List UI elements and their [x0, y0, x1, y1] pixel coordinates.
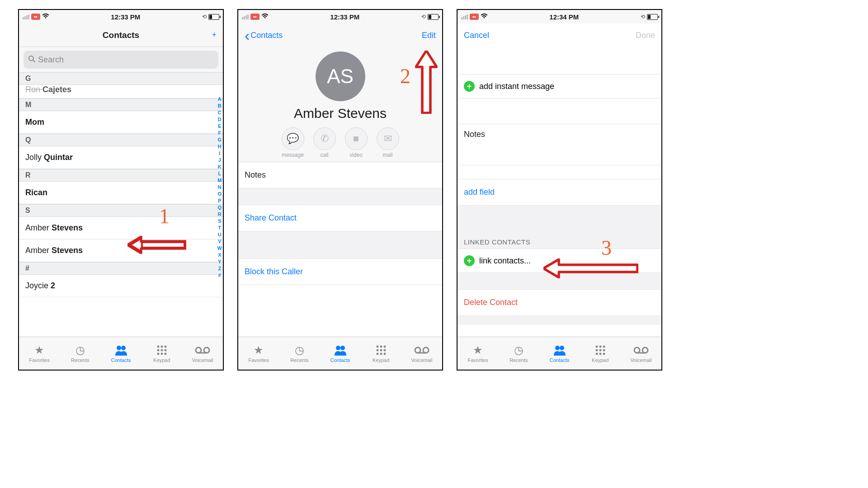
- annotation-arrow-3: [543, 258, 638, 278]
- battery-icon: [208, 14, 219, 20]
- tab-recents[interactable]: ◷Recents: [60, 337, 100, 370]
- tab-voicemail[interactable]: Voicemail: [621, 337, 661, 370]
- svg-point-35: [376, 353, 378, 355]
- tab-favorites[interactable]: ★Favorites: [458, 337, 498, 370]
- svg-point-17: [157, 353, 159, 355]
- svg-point-54: [599, 353, 601, 355]
- tab-voicemail[interactable]: Voicemail: [401, 337, 442, 370]
- action-mail[interactable]: ✉mail: [377, 127, 399, 158]
- annotation-number-2: 2: [400, 64, 410, 88]
- contact-row-amber-2[interactable]: Amber Stevens: [19, 239, 223, 262]
- contact-row-amber-1[interactable]: Amber Stevens: [19, 217, 223, 239]
- keypad-icon: [376, 344, 387, 357]
- linked-contacts-header: LINKED CONTACTS: [458, 233, 661, 249]
- contact-row-joycie[interactable]: Joycie 2: [19, 275, 223, 297]
- spacer: [458, 165, 661, 179]
- add-contact-button[interactable]: +: [212, 30, 217, 40]
- screen-contact-detail: •• 12:33 PM ⟲ Contacts Edit AS Amber Ste…: [237, 9, 443, 371]
- search-input[interactable]: Search: [24, 51, 218, 69]
- tab-favorites[interactable]: ★Favorites: [19, 337, 60, 370]
- contact-row-jolly[interactable]: Jolly Quintar: [19, 146, 223, 169]
- add-field-button[interactable]: add field: [458, 179, 661, 206]
- tab-favorites[interactable]: ★Favorites: [238, 337, 279, 370]
- svg-point-21: [204, 347, 209, 353]
- svg-point-28: [340, 346, 345, 350]
- notes-cell[interactable]: Notes: [458, 124, 661, 165]
- svg-rect-42: [561, 267, 636, 270]
- svg-point-51: [599, 349, 601, 352]
- block-caller-button[interactable]: Block this Caller: [238, 258, 442, 285]
- add-instant-message-row[interactable]: + add instant message: [458, 74, 661, 99]
- tab-bar: ★Favorites ◷Recents Contacts Keypad Voic…: [458, 337, 661, 370]
- action-video[interactable]: ■video: [345, 127, 368, 158]
- tab-contacts[interactable]: Contacts: [320, 337, 360, 370]
- tab-keypad[interactable]: Keypad: [580, 337, 621, 370]
- nav-bar: Contacts +: [19, 23, 223, 47]
- status-bar: •• 12:33 PM ⟲: [238, 10, 442, 23]
- search-wrap: Search: [19, 47, 223, 72]
- svg-rect-6: [143, 243, 184, 247]
- back-button[interactable]: Contacts: [245, 31, 283, 40]
- tab-keypad[interactable]: Keypad: [142, 337, 182, 370]
- nav-bar: Contacts Edit: [238, 23, 442, 47]
- add-icon: +: [464, 81, 475, 92]
- edit-button[interactable]: Edit: [422, 31, 436, 40]
- star-icon: ★: [254, 344, 264, 357]
- notes-cell[interactable]: Notes: [238, 162, 442, 188]
- svg-point-14: [157, 349, 159, 352]
- rotation-lock-icon: ⟲: [641, 14, 645, 20]
- svg-point-53: [595, 353, 598, 355]
- contacts-icon: [114, 344, 128, 357]
- tab-contacts[interactable]: Contacts: [100, 337, 141, 370]
- voicemail-icon: [633, 344, 649, 357]
- share-contact-button[interactable]: Share Contact: [238, 205, 442, 231]
- tab-voicemail[interactable]: Voicemail: [182, 337, 223, 370]
- add-icon: +: [464, 255, 475, 266]
- status-bar: •• 12:34 PM ⟲: [458, 10, 661, 23]
- section-header-g: G: [19, 72, 223, 85]
- svg-rect-25: [424, 67, 429, 110]
- contact-row-mom[interactable]: Mom: [19, 111, 223, 134]
- delete-contact-button[interactable]: Delete Contact: [458, 289, 661, 316]
- cancel-button[interactable]: Cancel: [464, 31, 489, 40]
- spacer: [458, 316, 661, 325]
- svg-point-50: [595, 349, 598, 352]
- svg-point-9: [117, 346, 121, 350]
- svg-point-56: [634, 347, 640, 353]
- tab-contacts[interactable]: Contacts: [539, 337, 580, 370]
- section-header-hash: #: [19, 262, 223, 275]
- action-message[interactable]: 💬message: [282, 127, 304, 158]
- svg-point-45: [555, 346, 560, 350]
- contact-row-rican[interactable]: Rican: [19, 182, 223, 204]
- voicemail-icon: [195, 344, 210, 357]
- avatar: AS: [316, 52, 365, 101]
- search-icon: [28, 55, 35, 65]
- svg-point-12: [160, 346, 163, 348]
- contacts-icon: [553, 344, 566, 357]
- svg-point-39: [423, 347, 429, 353]
- index-bar[interactable]: ABCDEFGHIJKLMNOPQRSTUVWXYZ#: [217, 96, 222, 279]
- svg-point-37: [383, 353, 386, 355]
- carrier-badge: ••: [250, 14, 259, 20]
- svg-point-46: [560, 346, 564, 350]
- svg-point-27: [336, 346, 340, 350]
- contact-row-cut[interactable]: Ron Cajetes: [19, 85, 223, 99]
- action-call[interactable]: ✆call: [313, 127, 336, 158]
- section-header-r: R: [19, 169, 223, 182]
- svg-point-10: [121, 346, 126, 350]
- clock-icon: ◷: [75, 344, 85, 357]
- message-icon: 💬: [282, 127, 304, 150]
- svg-point-55: [603, 353, 605, 355]
- signal-icon: [23, 14, 29, 19]
- tab-recents[interactable]: ◷Recents: [498, 337, 539, 370]
- tab-recents[interactable]: ◷Recents: [279, 337, 320, 370]
- svg-point-38: [415, 347, 420, 353]
- tab-keypad[interactable]: Keypad: [361, 337, 401, 370]
- svg-point-11: [157, 346, 159, 348]
- annotation-number-3: 3: [601, 236, 612, 260]
- svg-point-48: [599, 346, 601, 348]
- screen-contacts-list: •• 12:33 PM ⟲ Contacts + Search G Ron Ca…: [18, 9, 224, 371]
- svg-point-34: [383, 349, 386, 352]
- svg-point-33: [380, 349, 382, 352]
- done-button[interactable]: Done: [636, 31, 655, 40]
